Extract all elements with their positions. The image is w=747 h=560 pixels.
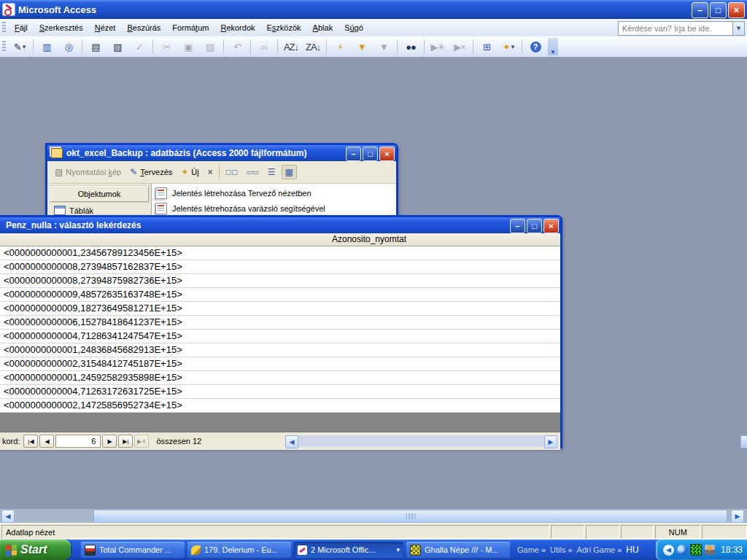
next-record-button[interactable]: ▶ [102,435,117,448]
table-row[interactable]: <0000000000002,31548412745187E+15> [0,357,560,371]
taskbar-toolbar-label[interactable]: Adri Game » [577,545,622,554]
start-button[interactable]: Start [0,540,71,560]
sort-descending-button[interactable]: ZA↓▾ [303,39,323,55]
table-row[interactable]: <0000000000009,48572635163748E+15> [0,288,560,302]
overflow-chevron-icon[interactable]: » [541,545,546,554]
large-icons-view-button[interactable]: ▢▢ [222,167,241,177]
paste-button[interactable]: ▨▾ [200,39,220,55]
delete-record-button[interactable]: ▶×▾ [449,39,470,55]
toolbar-separator[interactable]: ▾ [82,39,82,54]
insert-hyperlink-button[interactable]: ∞▾ [254,39,274,55]
new-object-button[interactable]: ✦▾ [498,39,519,55]
minimize-button[interactable]: – [692,2,708,18]
filter-by-selection-button[interactable]: ⚡▾ [330,39,350,55]
workspace-horizontal-scrollbar[interactable]: ◀ ▶ [0,509,747,523]
db-minimize-button[interactable]: – [346,147,361,161]
scrollbar-thumb[interactable] [740,435,747,448]
toolbar-grip[interactable] [2,41,6,52]
toolbar-separator[interactable]: ▾ [152,39,153,54]
taskbar-task-button[interactable]: Total Commander ... [81,542,185,558]
last-record-button[interactable]: ▶| [118,435,133,448]
toolbar-separator[interactable]: ▾ [326,39,327,54]
scroll-right-icon[interactable]: ▶ [544,435,557,448]
close-button[interactable]: × [728,2,745,18]
database-window-button[interactable]: ⊞▾ [476,39,497,55]
datasheet-horizontal-scrollbar[interactable]: ◀ ▶ [285,435,557,447]
menu-item[interactable]: Nézet [89,20,122,35]
taskbar-task-button[interactable]: Ghalla Népe /// - M... [406,542,510,558]
network-tray-icon[interactable] [690,544,702,556]
toolbar-separator[interactable]: ▾ [473,39,473,54]
cut-button[interactable]: ✂▾ [156,39,177,55]
design-button[interactable]: ✎ Tervezés [127,166,175,179]
current-record-input[interactable]: 6 [55,435,101,448]
scroll-left-icon[interactable]: ◀ [1,510,15,523]
table-row[interactable]: <0000000000001,24836845682913E+15> [0,343,560,357]
restore-button[interactable]: □ [710,2,727,18]
new-object-db-button[interactable]: ✦ Új [178,166,201,179]
print-preview-db-button[interactable]: ▧ Nyomtatási kép [52,166,124,179]
help-button[interactable]: ?▾ [525,39,546,55]
messenger-tray-icon[interactable] [677,545,687,555]
apply-filter-button[interactable]: ▼▾ [374,39,394,55]
toolbar-separator[interactable]: ▾ [250,39,251,54]
list-view-button[interactable]: ☰ [265,166,279,179]
toolbar-separator[interactable]: ▾ [277,39,278,54]
taskbar-task-button[interactable]: 179. Delerium - Eu... [187,542,291,558]
query-window-titlebar[interactable]: Penz_nulla : választó lekérdezés – □ × [0,217,560,233]
copy-button[interactable]: ▣▾ [178,39,198,55]
toolbar-separator[interactable]: ▾ [33,39,34,54]
toolbar-options-button[interactable]: ▾ [548,38,558,55]
print-button[interactable]: ▤▾ [85,39,106,55]
toolbar-separator[interactable]: ▾ [522,39,522,54]
language-indicator[interactable]: HU [626,545,638,555]
toolbar-separator[interactable]: ▾ [397,39,398,54]
previous-record-button[interactable]: ◀ [39,435,54,448]
table-row[interactable]: <0000000000001,24592582935898E+15> [0,371,560,385]
view-design-button[interactable]: ✎▾ [9,39,30,55]
toolbar-separator[interactable]: ▾ [223,39,224,54]
database-window-titlebar[interactable]: okt_excel_Backup : adatbázis (Access 200… [47,145,396,161]
scrollbar-thumb[interactable] [93,510,727,523]
print-preview-button[interactable]: ▧▾ [107,39,128,55]
first-record-button[interactable]: |◀ [23,435,38,448]
table-row[interactable]: <0000000000008,27394857162837E+15> [0,260,560,274]
table-row[interactable]: <0000000000002,14725856952734E+15> [0,399,560,413]
menu-item[interactable]: Eszközök [261,20,307,35]
new-record-button[interactable]: ▶✳▾ [427,39,448,55]
overflow-chevron-icon[interactable]: » [617,545,622,554]
find-button[interactable]: ●●▾ [400,39,421,55]
toolbar-separator[interactable]: ▾ [424,39,425,54]
query-maximize-button[interactable]: □ [527,219,542,233]
details-view-button[interactable]: ▦ [282,165,297,179]
taskbar-toolbar-label[interactable]: Game » [517,545,546,554]
agent-tray-icon[interactable] [705,545,715,555]
table-row[interactable]: <0000000000001,23456789123456E+15> [0,246,560,260]
menu-item[interactable]: Ablak [307,20,339,35]
overflow-chevron-icon[interactable]: » [568,545,572,554]
table-row[interactable]: <0000000000004,71263172631725E+15> [0,385,560,399]
taskbar-task-button[interactable]: 2 Microsoft Offic... ▾ [294,542,403,558]
query-minimize-button[interactable]: – [510,219,525,233]
menu-item[interactable]: Szerkesztés [34,20,89,35]
chevron-down-icon[interactable]: ▾ [732,21,745,36]
menu-item[interactable]: Beszúrás [121,20,166,35]
menu-item[interactable]: Rekordok [214,20,260,35]
db-close-button[interactable]: × [379,147,395,161]
undo-button[interactable]: ↶▾ [227,39,247,55]
menu-item[interactable]: Formátum [166,20,214,35]
menu-item[interactable]: Fájl [9,20,34,35]
table-row[interactable]: <0000000000004,71286341247547E+15> [0,330,560,343]
filter-by-form-button[interactable]: ▼▾ [352,39,372,55]
tray-collapse-icon[interactable]: ◀ [663,545,674,556]
objects-header-button[interactable]: Objektumok [50,186,149,202]
list-item[interactable]: Jelentés létrehozása Tervező nézetben [153,185,396,201]
spelling-button[interactable]: ✓▾ [129,39,150,55]
menu-item[interactable]: Súgó [338,20,369,35]
delete-object-button[interactable]: × [205,166,216,179]
db-maximize-button[interactable]: □ [363,147,378,161]
scroll-right-icon[interactable]: ▶ [731,510,744,523]
list-item[interactable]: Jelentés létrehozása varázsló segítségév… [153,201,396,216]
table-row[interactable]: <0000000000008,27394875982736E+15> [0,274,560,288]
help-question-input[interactable]: Kérdése van? Írja be ide. ▾ [618,21,734,36]
